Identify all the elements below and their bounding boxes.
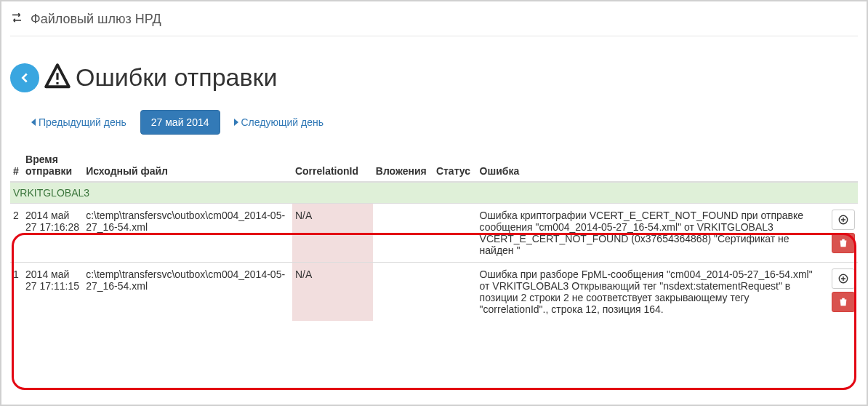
group-row: VRKITGLOBAL3 — [10, 182, 858, 204]
brand-title: Файловый шлюз НРД — [31, 12, 161, 27]
retry-button[interactable] — [832, 210, 855, 230]
current-date-label: 27 май 2014 — [151, 116, 209, 128]
col-time-header: Время отправки — [23, 149, 83, 182]
cell-correlation: N/A — [292, 263, 373, 322]
col-status-header: Статус — [433, 149, 477, 182]
svg-rect-0 — [56, 73, 58, 80]
next-day-label: Следующий день — [241, 116, 324, 128]
svg-rect-1 — [56, 82, 58, 84]
col-err-header: Ошибка — [477, 149, 821, 182]
cell-status — [433, 204, 477, 263]
chevron-left-icon — [31, 119, 36, 126]
current-date-button[interactable]: 27 май 2014 — [140, 110, 220, 135]
cell-error: Ошибка криптографии VCERT_E_CERT_NOT_FOU… — [477, 204, 821, 263]
cell-file: c:\temp\transfersvc\outbox\cm004_2014-05… — [83, 204, 292, 263]
col-file-header: Исходный файл — [83, 149, 292, 182]
back-button[interactable] — [10, 63, 39, 92]
cell-time: 2014 май 27 17:16:28 — [23, 204, 83, 263]
app-header: Файловый шлюз НРД — [10, 9, 858, 36]
errors-table: # Время отправки Исходный файл Correlati… — [10, 149, 858, 321]
cell-status — [433, 263, 477, 322]
cell-attach — [373, 263, 433, 322]
col-corr-header: CorrelationId — [292, 149, 373, 182]
prev-day-button[interactable]: Предыдущий день — [20, 110, 137, 135]
warning-icon — [44, 63, 71, 92]
plus-circle-icon — [838, 274, 848, 284]
cell-correlation: N/A — [292, 204, 373, 263]
trash-icon — [838, 238, 848, 248]
col-attach-header: Вложения — [373, 149, 433, 182]
delete-button[interactable] — [832, 292, 855, 312]
cell-error: Ошибка при разборе FpML-сообщения "cm004… — [477, 263, 821, 322]
page-title: Ошибки отправки — [76, 63, 277, 92]
plus-circle-icon — [838, 215, 848, 225]
next-day-button[interactable]: Следующий день — [223, 110, 334, 135]
cell-time: 2014 май 27 17:11:15 — [23, 263, 83, 322]
trash-icon — [838, 297, 848, 307]
table-row: 1 2014 май 27 17:11:15 c:\temp\transfers… — [10, 263, 858, 322]
date-navigation: Предыдущий день 27 май 2014 Следующий де… — [20, 110, 858, 135]
cell-file: c:\temp\transfersvc\outbox\cm004_2014-05… — [83, 263, 292, 322]
delete-button[interactable] — [832, 233, 855, 253]
cell-num: 1 — [10, 263, 23, 322]
col-num-header: # — [10, 149, 23, 182]
cell-num: 2 — [10, 204, 23, 263]
table-row: 2 2014 май 27 17:16:28 c:\temp\transfers… — [10, 204, 858, 263]
group-label: VRKITGLOBAL3 — [10, 182, 858, 204]
cell-attach — [373, 204, 433, 263]
retry-button[interactable] — [832, 268, 855, 289]
swap-icon — [10, 13, 23, 25]
prev-day-label: Предыдущий день — [39, 116, 126, 128]
chevron-right-icon — [234, 119, 238, 126]
